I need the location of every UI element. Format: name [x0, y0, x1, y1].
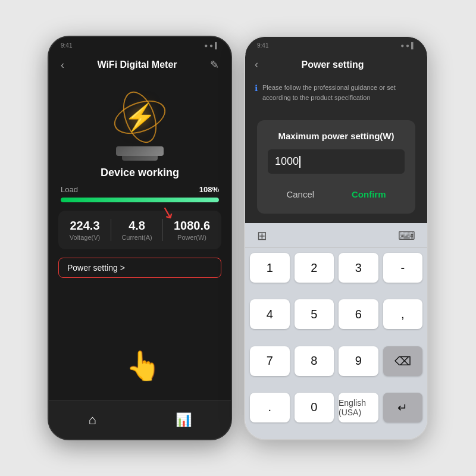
right-back-icon[interactable]: ‹: [255, 58, 258, 71]
key-enter[interactable]: ↵: [383, 393, 423, 422]
key-2[interactable]: 2: [295, 253, 334, 283]
load-percent: 108%: [199, 185, 219, 194]
right-signal: ● ● ▌: [400, 42, 415, 49]
bolt-container: ⚡: [110, 90, 170, 144]
keyboard-area: ⊞ ⌨ 1 2 3 - 4 5 6 , 7 8 9 ⌫ .: [245, 223, 427, 439]
right-phone: 9:41 ● ● ▌ ‹ Power setting ℹ Please foll…: [244, 36, 428, 440]
left-edit-icon[interactable]: ✎: [210, 58, 219, 71]
key-1[interactable]: 1: [250, 253, 290, 283]
keyboard-grid: 1 2 3 - 4 5 6 , 7 8 9 ⌫ . 0 English (USA…: [245, 248, 427, 439]
right-top-nav: ‹ Power setting: [245, 54, 427, 78]
load-label: Load: [61, 185, 78, 194]
device-icon-area: ⚡: [49, 79, 231, 150]
right-status-bar: 9:41 ● ● ▌: [245, 37, 427, 54]
dialog-box: Maximum power setting(W) 1000 Cancel Con…: [257, 120, 415, 214]
warning-bar: ℹ Please follow the professional guidanc…: [245, 78, 427, 111]
key-dash[interactable]: -: [383, 253, 423, 283]
bottom-nav: ⌂ 📊: [49, 400, 231, 439]
keyboard-toolbar-right-icon[interactable]: ⌨: [398, 228, 415, 243]
right-title: Power setting: [264, 60, 401, 70]
bottom-home-icon[interactable]: ⌂: [88, 412, 96, 428]
key-9[interactable]: 9: [339, 346, 378, 376]
left-top-nav: ‹ WiFi Digital Meter ✎: [49, 54, 231, 79]
dialog-overlay: Maximum power setting(W) 1000 Cancel Con…: [245, 111, 427, 223]
load-section: Load 108%: [49, 185, 231, 202]
right-top-section: 9:41 ● ● ▌ ‹ Power setting ℹ Please foll…: [245, 37, 427, 223]
stats-row: 224.3 Voltage(V) 4.8 Current(A) 1080.6 P…: [58, 211, 221, 249]
power-label: Power(W): [174, 234, 210, 241]
voltage-label: Voltage(V): [70, 234, 100, 241]
stat-divider-1: [111, 219, 111, 241]
stat-power: 1080.6 Power(W): [174, 219, 210, 241]
key-language[interactable]: English (USA): [339, 393, 378, 422]
left-signal: ● ● ▌: [204, 42, 219, 49]
stat-divider-2: [162, 219, 163, 241]
key-5[interactable]: 5: [295, 299, 334, 329]
bolt-icon: ⚡: [124, 102, 156, 133]
keyboard-toolbar-left-icon[interactable]: ⊞: [257, 228, 267, 243]
right-time: 9:41: [257, 42, 268, 49]
text-cursor: [299, 156, 300, 168]
key-7[interactable]: 7: [250, 346, 290, 376]
warning-text: Please follow the professional guidance …: [262, 83, 418, 102]
left-time: 9:41: [61, 42, 72, 49]
keyboard-toolbar: ⊞ ⌨: [245, 223, 427, 248]
current-label: Current(A): [121, 234, 152, 241]
confirm-button[interactable]: Confirm: [334, 186, 404, 203]
power-value: 1080.6: [174, 219, 210, 233]
key-8[interactable]: 8: [295, 346, 334, 376]
main-container: 9:41 ● ● ▌ ‹ WiFi Digital Meter ✎ ⚡ Devi…: [0, 0, 476, 476]
dialog-input-row[interactable]: 1000: [268, 149, 405, 174]
stat-voltage: 224.3 Voltage(V): [70, 219, 100, 241]
key-backspace[interactable]: ⌫: [383, 346, 423, 376]
key-3[interactable]: 3: [339, 253, 378, 283]
current-value: 4.8: [121, 219, 152, 233]
load-header: Load 108%: [61, 185, 219, 194]
voltage-value: 224.3: [70, 219, 100, 233]
bottom-chart-icon[interactable]: 📊: [176, 412, 192, 428]
power-setting-button[interactable]: Power setting >: [58, 258, 221, 278]
dialog-title: Maximum power setting(W): [268, 131, 405, 141]
key-6[interactable]: 6: [339, 299, 378, 329]
key-comma[interactable]: ,: [383, 299, 423, 329]
left-status-bar: 9:41 ● ● ▌: [49, 37, 231, 54]
stat-current: 4.8 Current(A): [121, 219, 152, 241]
power-setting-label: Power setting >: [67, 263, 125, 273]
key-0[interactable]: 0: [295, 393, 334, 422]
hand-cursor-icon: 👆: [126, 349, 161, 383]
dialog-input-value: 1000: [275, 155, 299, 168]
load-fill: [61, 198, 219, 202]
info-icon: ℹ: [255, 83, 258, 102]
cancel-button[interactable]: Cancel: [268, 186, 332, 203]
left-back-icon[interactable]: ‹: [61, 59, 64, 71]
dialog-buttons: Cancel Confirm: [268, 183, 405, 203]
device-platform: [116, 146, 164, 156]
load-bar: [61, 198, 219, 202]
left-phone: 9:41 ● ● ▌ ‹ WiFi Digital Meter ✎ ⚡ Devi…: [48, 36, 232, 440]
key-4[interactable]: 4: [250, 299, 290, 329]
key-period[interactable]: .: [250, 393, 290, 422]
left-title: WiFi Digital Meter: [97, 60, 177, 70]
device-status: Device working: [49, 167, 231, 179]
